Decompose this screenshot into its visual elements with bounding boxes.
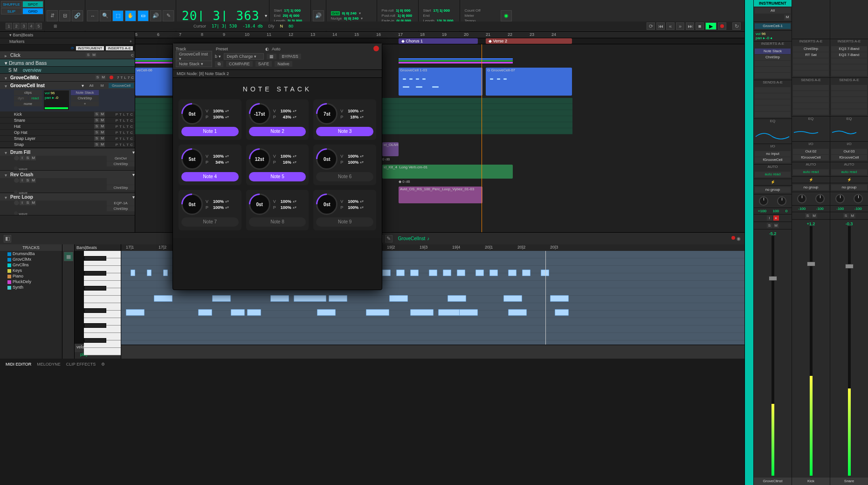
zoomer-tool-icon[interactable]: 🔍 — [100, 10, 111, 21]
stepper-icon[interactable]: ▴▾ — [225, 160, 229, 164]
loop-button-icon[interactable]: ↻ — [732, 22, 741, 30]
transpose-knob[interactable]: 0st — [316, 148, 338, 170]
stepper-icon[interactable]: ▴▾ — [225, 109, 229, 113]
bypass-button[interactable]: BYPASS — [279, 54, 301, 59]
midi-note[interactable] — [396, 270, 405, 276]
track-rev-crash[interactable]: ▾Rev Crash▾ ISM ChnlStrp wave — [0, 171, 135, 193]
list-refresh-icon[interactable]: ⟳ — [71, 46, 74, 50]
midi-track-dropdown-icon[interactable]: ♪ — [427, 236, 429, 241]
mixer-channel-3[interactable]: INSERTS A-E EQ3 7-BandEQ3 7-Band SENDS A… — [830, 0, 868, 485]
note-enable-button[interactable]: Note 9 — [316, 217, 373, 227]
group-select[interactable]: no group — [755, 187, 791, 193]
stepper-icon[interactable]: ▴▾ — [360, 115, 364, 119]
mini-fader[interactable]: vol 96 pan ▸ -0 — [43, 90, 69, 111]
solo-button[interactable]: S — [94, 142, 99, 147]
note-enable-button[interactable]: Note 4 — [181, 172, 239, 181]
native-button[interactable]: Native — [275, 61, 292, 67]
record-arm-icon[interactable] — [14, 178, 19, 183]
marker-verse2[interactable]: ◆ Verse 2 — [486, 38, 572, 44]
selector-tool-icon[interactable]: ⬚ — [112, 10, 124, 21]
solo-button[interactable]: S — [25, 178, 30, 183]
fader[interactable]: +1.2 — [792, 220, 830, 478]
pencil-tool-icon[interactable]: ✎ — [163, 10, 174, 21]
insert-groovecell[interactable]: GrooveCell — [109, 83, 134, 88]
midi-note[interactable] — [410, 309, 434, 316]
mute-button[interactable]: M — [91, 53, 96, 57]
mute-button[interactable]: M — [100, 118, 105, 123]
automation-dyn[interactable]: dyn — [14, 96, 28, 101]
fast-forward-icon[interactable]: » — [676, 22, 684, 30]
track-click[interactable]: ▸ Click SM C — [0, 51, 135, 59]
midi-note[interactable] — [131, 270, 135, 276]
playhead[interactable] — [482, 44, 482, 232]
midi-note[interactable] — [429, 270, 437, 276]
midi-track-name[interactable]: GroveCelInst — [398, 236, 425, 241]
pan-knob[interactable] — [797, 194, 806, 203]
solo-button[interactable]: S — [25, 156, 30, 160]
transpose-knob[interactable]: -17st — [249, 103, 270, 125]
sub-track[interactable]: Op HatSMPTLTC — [0, 130, 135, 136]
track-drum-fill[interactable]: ▾ Drum Fill▾ ISM GrnOvrChnlStrp wave — [0, 148, 135, 171]
midi-track-item[interactable]: GrvCllns — [0, 262, 62, 268]
mute-button[interactable]: M — [31, 178, 36, 183]
midi-close-icon[interactable] — [731, 236, 735, 240]
midi-note[interactable] — [541, 270, 549, 276]
midi-note[interactable] — [366, 309, 389, 316]
mixer-channel-1[interactable]: INSTRUMENT AllM GroveCell-1 vol 96pan ▸ … — [753, 0, 792, 485]
midi-track-item[interactable]: DrumsndBa — [0, 251, 62, 256]
solo-button[interactable]: S — [843, 213, 849, 218]
pan-knob[interactable] — [835, 194, 845, 203]
insert-note-stack[interactable]: Note Stack — [71, 90, 99, 95]
record-button-icon[interactable] — [718, 22, 726, 30]
solo-button[interactable]: S — [25, 201, 30, 205]
midi-note[interactable] — [198, 309, 212, 316]
midi-note[interactable] — [508, 270, 517, 276]
solo-button[interactable]: S — [94, 124, 99, 129]
clip-perc-loop[interactable]: Avid_OS_RS_100_Perc_Loop_Vybez_01-03 — [399, 187, 482, 203]
track-groovecell-inst[interactable]: ▾ GrooveCell Inst ▾ All M GrooveCell cli… — [0, 82, 135, 148]
cursor-tool-icon[interactable]: ↔ — [87, 10, 98, 21]
stepper-icon[interactable]: ▴▾ — [293, 109, 296, 113]
mute-button[interactable]: M — [850, 213, 855, 218]
midi-note[interactable] — [503, 295, 522, 302]
clip-long-verb[interactable]: id_Kit_4 Long Verb.cm-01 — [382, 165, 513, 179]
metronome-icon[interactable]: ◉ — [501, 10, 512, 21]
plugin-toggle-icon[interactable]: ◐ — [265, 47, 269, 51]
stepper-icon[interactable]: ▴▾ — [360, 160, 364, 164]
stepper-icon[interactable]: ▴▾ — [225, 115, 229, 119]
note-enable-button[interactable]: Note 6 — [316, 172, 373, 181]
stepper-icon[interactable]: ▴▾ — [293, 115, 296, 119]
instrument-column-header[interactable]: INSTRUMENT — [76, 46, 104, 50]
insert-chnlstrp[interactable]: ChnlStrp — [107, 161, 135, 166]
mute-button[interactable]: M — [100, 112, 105, 117]
tab-clip-effects[interactable]: CLIP EFFECTS — [66, 362, 96, 367]
solo-button[interactable]: S — [94, 118, 99, 123]
pan-knob-r[interactable] — [777, 196, 786, 206]
compare-button[interactable]: COMPARE — [226, 61, 253, 67]
insert-grnovr[interactable]: GrnOvr — [107, 156, 135, 161]
track-group-drums[interactable]: ▾ Drums and Bass — [0, 59, 135, 67]
online-button-icon[interactable]: ⟳ — [647, 22, 655, 30]
spot-mode[interactable]: SPOT — [22, 1, 43, 7]
track-overview[interactable]: S M overview — [0, 67, 135, 74]
preset-1[interactable]: 1 — [6, 23, 12, 29]
stepper-icon[interactable]: ▴▾ — [360, 199, 364, 203]
bpm-value[interactable]: 80 — [289, 24, 293, 28]
main-counter[interactable]: 20| 3| 363 — [178, 9, 263, 23]
clip-olivi[interactable]: id_OLIVI — [382, 142, 399, 156]
add-marker-icon[interactable]: + — [130, 38, 132, 45]
midi-note[interactable] — [247, 309, 261, 316]
preset-5[interactable]: 5 — [35, 23, 42, 29]
fader[interactable]: -5.2 — [754, 229, 792, 478]
shuffle-mode[interactable]: SHUFFLE — [1, 1, 22, 7]
midi-note[interactable] — [522, 270, 530, 276]
marker-chorus1[interactable]: ◆ Chorus 1 — [399, 38, 478, 44]
stepper-icon[interactable]: ▴▾ — [293, 205, 296, 209]
goto-end-icon[interactable]: ⏭ — [686, 22, 694, 30]
record-arm-icon[interactable] — [14, 156, 19, 160]
midi-note[interactable] — [163, 270, 168, 276]
midi-note[interactable] — [508, 309, 527, 316]
midi-view-icon[interactable]: ▦ — [64, 252, 73, 261]
midi-note[interactable] — [489, 270, 498, 276]
note-enable-button[interactable]: Note 7 — [181, 217, 239, 227]
